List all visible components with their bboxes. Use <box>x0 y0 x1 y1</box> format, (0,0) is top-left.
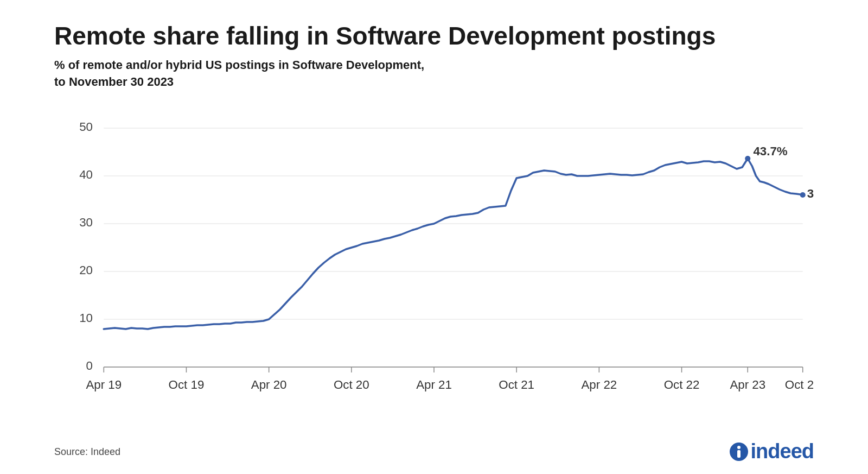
svg-text:20: 20 <box>79 264 93 277</box>
peak-label: 43.7% <box>753 145 788 159</box>
svg-text:Apr 21: Apr 21 <box>416 378 452 392</box>
svg-text:50: 50 <box>79 121 93 134</box>
svg-text:Apr 23: Apr 23 <box>730 378 765 392</box>
svg-text:Oct 19: Oct 19 <box>169 378 205 392</box>
indeed-logo-icon <box>729 442 749 462</box>
svg-text:0: 0 <box>86 359 93 373</box>
svg-point-34 <box>737 446 741 449</box>
subtitle: % of remote and/or hybrid US postings in… <box>54 57 814 91</box>
main-title: Remote share falling in Software Develop… <box>54 22 814 50</box>
svg-text:Apr 20: Apr 20 <box>251 378 287 392</box>
chart-line <box>104 159 802 329</box>
peak-dot <box>745 156 750 161</box>
end-label: 36% <box>807 187 814 201</box>
source-text: Source: Indeed <box>54 446 120 458</box>
svg-text:Oct 20: Oct 20 <box>334 378 369 392</box>
chart-svg: 0 10 20 30 40 50 Apr 19 Oct 19 Apr 20 Oc… <box>54 101 814 405</box>
svg-text:10: 10 <box>79 312 93 325</box>
svg-text:40: 40 <box>79 168 93 182</box>
svg-text:Apr 19: Apr 19 <box>86 378 122 392</box>
svg-text:Oct 21: Oct 21 <box>499 378 534 392</box>
page-container: Remote share falling in Software Develop… <box>22 0 846 474</box>
indeed-logo-text: indeed <box>751 440 814 463</box>
svg-text:Apr 22: Apr 22 <box>581 378 617 392</box>
indeed-logo: indeed <box>729 440 814 463</box>
svg-text:30: 30 <box>79 216 93 230</box>
svg-text:Oct 23: Oct 23 <box>785 378 814 392</box>
svg-text:Oct 22: Oct 22 <box>664 378 700 392</box>
chart-area: 0 10 20 30 40 50 Apr 19 Oct 19 Apr 20 Oc… <box>54 101 814 405</box>
svg-rect-35 <box>737 450 741 458</box>
end-dot <box>800 192 806 198</box>
